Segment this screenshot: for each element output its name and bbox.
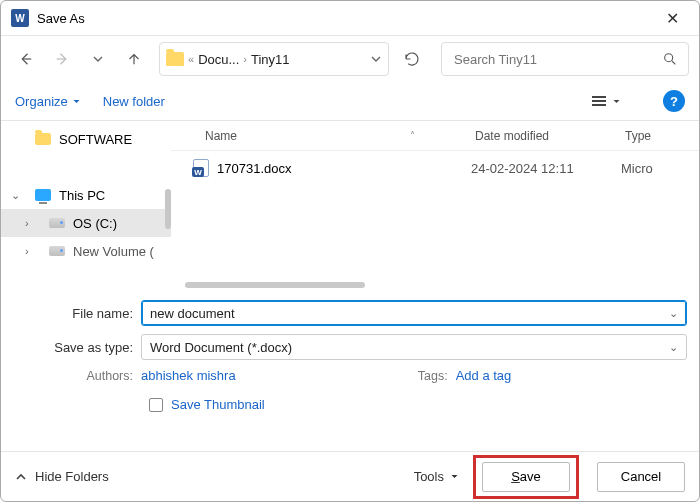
sidebar-label: This PC [59, 188, 105, 203]
breadcrumb-seg-1[interactable]: Docu... [198, 52, 239, 67]
dialog-footer: Hide Folders Tools Save Cancel [1, 451, 699, 501]
command-bar: Organize New folder ? [1, 82, 699, 120]
chevron-down-icon[interactable]: ⌄ [669, 341, 678, 354]
navigation-bar: « Docu... › Tiny11 [1, 36, 699, 82]
folder-icon [35, 133, 51, 145]
sidebar-label: New Volume ( [73, 244, 154, 259]
close-button[interactable]: ✕ [657, 9, 687, 28]
sidebar-label: OS (C:) [73, 216, 117, 231]
file-type: Micro [621, 161, 699, 176]
folder-icon [166, 52, 184, 66]
tools-label: Tools [414, 469, 444, 484]
column-type[interactable]: Type [625, 129, 695, 143]
save-thumbnail-label[interactable]: Save Thumbnail [171, 397, 265, 412]
file-list[interactable]: Name ˄ Date modified Type 170731.docx 24… [171, 121, 699, 290]
expand-icon[interactable]: › [25, 217, 29, 229]
back-button[interactable] [11, 44, 41, 74]
chevron-up-icon [15, 471, 27, 483]
tags-label: Tags: [406, 369, 456, 383]
up-button[interactable] [119, 44, 149, 74]
navigation-tree[interactable]: SOFTWARE ⌄ This PC › OS (C:) › New Volum… [1, 121, 171, 290]
column-date[interactable]: Date modified [475, 129, 625, 143]
savetype-value: Word Document (*.docx) [150, 340, 292, 355]
window-title: Save As [37, 11, 85, 26]
sidebar-item-software[interactable]: SOFTWARE [1, 125, 171, 153]
sort-indicator-icon: ˄ [410, 130, 415, 141]
hide-folders-button[interactable]: Hide Folders [15, 469, 109, 484]
arrow-left-icon [17, 50, 35, 68]
list-view-icon [592, 96, 606, 106]
chevron-down-icon[interactable] [370, 53, 382, 65]
file-row[interactable]: 170731.docx 24-02-2024 12:11 Micro [171, 151, 699, 185]
filename-label: File name: [13, 306, 141, 321]
word-app-icon: W [11, 9, 29, 27]
chevron-down-icon [92, 53, 104, 65]
filename-input[interactable]: new document ⌄ [141, 300, 687, 326]
savetype-label: Save as type: [13, 340, 141, 355]
sidebar-item-this-pc[interactable]: ⌄ This PC [1, 181, 171, 209]
recent-locations-button[interactable] [83, 44, 113, 74]
content-area: SOFTWARE ⌄ This PC › OS (C:) › New Volum… [1, 120, 699, 290]
forward-button[interactable] [47, 44, 77, 74]
drive-icon [49, 246, 65, 256]
collapse-icon[interactable]: ⌄ [11, 189, 20, 202]
chevron-down-icon[interactable]: ⌄ [669, 307, 678, 320]
caret-down-icon [72, 97, 81, 106]
savetype-select[interactable]: Word Document (*.docx) ⌄ [141, 334, 687, 360]
caret-down-icon [612, 97, 621, 106]
refresh-icon [403, 50, 421, 68]
breadcrumb-seg-2[interactable]: Tiny11 [251, 52, 290, 67]
file-name: 170731.docx [217, 161, 291, 176]
view-options-button[interactable] [586, 92, 627, 110]
cancel-button[interactable]: Cancel [597, 462, 685, 492]
arrow-up-icon [125, 50, 143, 68]
save-highlight: Save [473, 455, 579, 499]
hide-folders-label: Hide Folders [35, 469, 109, 484]
new-folder-button[interactable]: New folder [103, 94, 165, 109]
authors-label: Authors: [13, 369, 141, 383]
title-bar: W Save As ✕ [1, 1, 699, 35]
filename-value: new document [150, 306, 235, 321]
file-date: 24-02-2024 12:11 [471, 161, 621, 176]
refresh-button[interactable] [395, 42, 429, 76]
tools-menu[interactable]: Tools [414, 469, 459, 484]
chevron-right-icon: › [243, 53, 247, 65]
word-document-icon [193, 159, 209, 177]
pc-icon [35, 189, 51, 201]
caret-down-icon [450, 472, 459, 481]
column-name[interactable]: Name ˄ [175, 129, 475, 143]
search-icon[interactable] [662, 51, 678, 67]
sidebar-label: SOFTWARE [59, 132, 132, 147]
svg-point-0 [665, 54, 673, 62]
search-input[interactable] [452, 51, 654, 68]
tags-value[interactable]: Add a tag [456, 368, 512, 383]
sidebar-item-new-volume[interactable]: › New Volume ( [1, 237, 171, 265]
drive-icon [49, 218, 65, 228]
save-thumbnail-checkbox[interactable] [149, 398, 163, 412]
horizontal-scrollbar[interactable] [185, 282, 365, 288]
organize-label: Organize [15, 94, 68, 109]
arrow-right-icon [53, 50, 71, 68]
search-box[interactable] [441, 42, 689, 76]
sidebar-item-os-c[interactable]: › OS (C:) [1, 209, 171, 237]
new-folder-label: New folder [103, 94, 165, 109]
breadcrumb[interactable]: « Docu... › Tiny11 [159, 42, 389, 76]
column-headers[interactable]: Name ˄ Date modified Type [171, 121, 699, 151]
breadcrumb-sep: « [188, 53, 194, 65]
organize-menu[interactable]: Organize [15, 94, 81, 109]
expand-icon[interactable]: › [25, 245, 29, 257]
save-button[interactable]: Save [482, 462, 570, 492]
help-button[interactable]: ? [663, 90, 685, 112]
authors-value[interactable]: abhishek mishra [141, 368, 236, 383]
save-form: File name: new document ⌄ Save as type: … [1, 290, 699, 412]
